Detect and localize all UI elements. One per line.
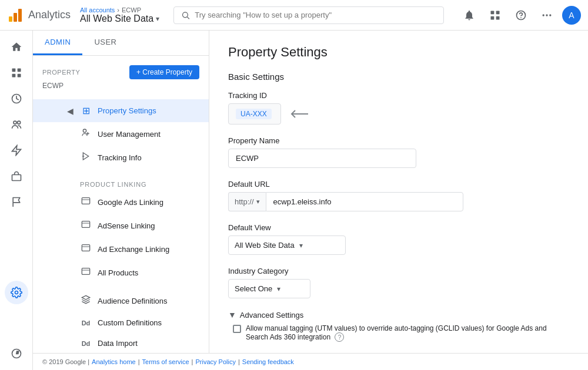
advanced-settings-toggle[interactable]: ▼ Advanced Settings: [228, 310, 569, 319]
back-icon[interactable]: ◀: [67, 106, 74, 116]
sidebar-item-admin[interactable]: [5, 281, 28, 304]
svg-point-3: [183, 12, 188, 17]
nav-item-ad-exchange[interactable]: Ad Exchange Linking: [33, 237, 209, 261]
create-property-button[interactable]: + Create Property: [129, 65, 199, 79]
tab-user[interactable]: USER: [82, 31, 128, 55]
help-circle-icon[interactable]: ?: [335, 332, 344, 342]
nav-item-google-ads[interactable]: Google Ads Linking: [33, 190, 209, 214]
svg-rect-5: [491, 11, 495, 14]
home-icon: [11, 41, 22, 53]
behavior-icon: [11, 170, 22, 182]
nav-item-adsense[interactable]: AdSense Linking: [33, 214, 209, 237]
advanced-toggle-icon: ▼: [228, 310, 236, 319]
nav-item-audience-definitions[interactable]: Audience Definitions: [33, 289, 209, 312]
breadcrumb-accounts[interactable]: All accounts: [80, 6, 115, 14]
audience-icon: [11, 119, 22, 130]
default-view-value: All Web Site Data: [235, 241, 295, 250]
default-view-select[interactable]: All Web Site Data ▾: [228, 236, 346, 255]
ad-exchange-icon: [80, 243, 92, 255]
help-button[interactable]: [510, 5, 532, 26]
sidebar-item-acquisition[interactable]: [5, 139, 28, 162]
more-button[interactable]: [536, 5, 557, 26]
tab-admin[interactable]: ADMIN: [33, 31, 82, 55]
advanced-checkbox[interactable]: [233, 325, 241, 333]
dots-icon: [541, 9, 553, 21]
svg-rect-29: [82, 198, 89, 204]
footer-feedback[interactable]: Sending feedback: [242, 358, 294, 365]
apps-button[interactable]: [485, 5, 506, 26]
search-input[interactable]: [195, 11, 436, 19]
nav-item-tracking-info[interactable]: Tracking Info: [33, 146, 209, 169]
footer-privacy[interactable]: Privacy Policy: [195, 358, 235, 365]
industry-category-label: Industry Category: [228, 267, 569, 275]
nav-item-data-import[interactable]: Dd Data Import: [33, 333, 209, 354]
svg-rect-17: [17, 74, 21, 78]
arrow-left-icon: [290, 109, 309, 119]
data-import-icon: Dd: [80, 340, 92, 347]
tracking-id-box: UA-XXX: [228, 103, 569, 125]
sidebar-item-clock[interactable]: [5, 87, 28, 110]
property-name-group: Property Name: [228, 136, 569, 168]
notifications-button[interactable]: [459, 5, 480, 26]
svg-rect-22: [12, 175, 21, 181]
svg-rect-31: [82, 245, 89, 251]
admin-panel: ADMIN USER Property + Create Property EC…: [33, 31, 209, 370]
user-management-icon: [80, 128, 92, 140]
svg-rect-1: [14, 13, 17, 22]
url-input[interactable]: [266, 192, 463, 211]
custom-def-icon: Dd: [80, 319, 92, 327]
help-icon: [515, 9, 527, 21]
logo-text: Analytics: [28, 9, 71, 21]
svg-rect-30: [82, 221, 89, 228]
nav-label-property-settings: Property Settings: [98, 106, 156, 115]
svg-rect-2: [18, 9, 22, 22]
breadcrumb-area: All accounts › ECWP All Web Site Data ▾: [80, 6, 159, 24]
svg-rect-0: [9, 16, 12, 22]
breadcrumb-property: ECWP: [122, 6, 141, 14]
sidebar-item-explore[interactable]: [5, 342, 28, 365]
nav-label-tracking-info: Tracking Info: [98, 153, 142, 162]
svg-point-12: [546, 14, 547, 16]
advanced-checkbox-row: Allow manual tagging (UTM values) to ove…: [228, 324, 569, 342]
search-bar[interactable]: [173, 6, 444, 24]
nav-label-user-management: User Management: [98, 130, 161, 139]
nav-item-user-management[interactable]: User Management: [33, 122, 209, 146]
property-selector[interactable]: All Web Site Data ▾: [80, 14, 159, 24]
tracking-id-label: Tracking ID: [228, 91, 569, 100]
property-name-input[interactable]: [228, 149, 416, 168]
nav-label-all-products: All Products: [98, 268, 138, 277]
nav-item-custom-definitions[interactable]: Dd Custom Definitions: [33, 312, 209, 333]
nav-label-ad-exchange: Ad Exchange Linking: [98, 245, 169, 254]
sidebar-item-behavior[interactable]: [5, 164, 28, 188]
sidebar-item-audience[interactable]: [5, 113, 28, 136]
avatar[interactable]: A: [562, 6, 581, 25]
page-title: Property Settings: [228, 45, 569, 60]
nav-item-property-settings[interactable]: ◀ ⊞ Property Settings: [33, 99, 209, 122]
header-icons: A: [459, 5, 581, 26]
top-header: Analytics All accounts › ECWP All Web Si…: [0, 0, 588, 31]
nav-label-audience-definitions: Audience Definitions: [98, 297, 168, 305]
advanced-settings-label: Advanced Settings: [240, 311, 303, 319]
svg-rect-15: [17, 69, 21, 72]
nav-item-all-products[interactable]: All Products: [33, 261, 209, 284]
url-input-group: http:// ▾: [228, 192, 463, 211]
footer-analytics-home[interactable]: Analytics home: [92, 358, 136, 365]
sidebar-item-conversions[interactable]: [5, 190, 28, 214]
nav-label-data-import: Data Import: [98, 339, 138, 348]
industry-category-select[interactable]: Select One ▾: [228, 279, 310, 298]
tracking-id-field: UA-XXX: [228, 103, 281, 125]
industry-category-chevron: ▾: [277, 285, 280, 293]
footer-terms[interactable]: Terms of service: [142, 358, 189, 365]
bell-icon: [463, 9, 475, 21]
tracking-id-value: UA-XXX: [236, 109, 272, 119]
default-view-chevron: ▾: [299, 241, 303, 250]
sidebar-item-home[interactable]: [5, 35, 28, 59]
breadcrumb-sep: ›: [117, 6, 119, 14]
sidebar-item-realtime[interactable]: [5, 61, 28, 85]
url-prefix[interactable]: http:// ▾: [228, 192, 266, 211]
property-sublabel: ECWP: [33, 82, 209, 95]
all-products-icon: [80, 267, 92, 278]
clock-icon: [11, 93, 22, 105]
content-area: Property Settings Basic Settings Trackin…: [209, 31, 588, 370]
analytics-logo-icon: [7, 7, 24, 23]
